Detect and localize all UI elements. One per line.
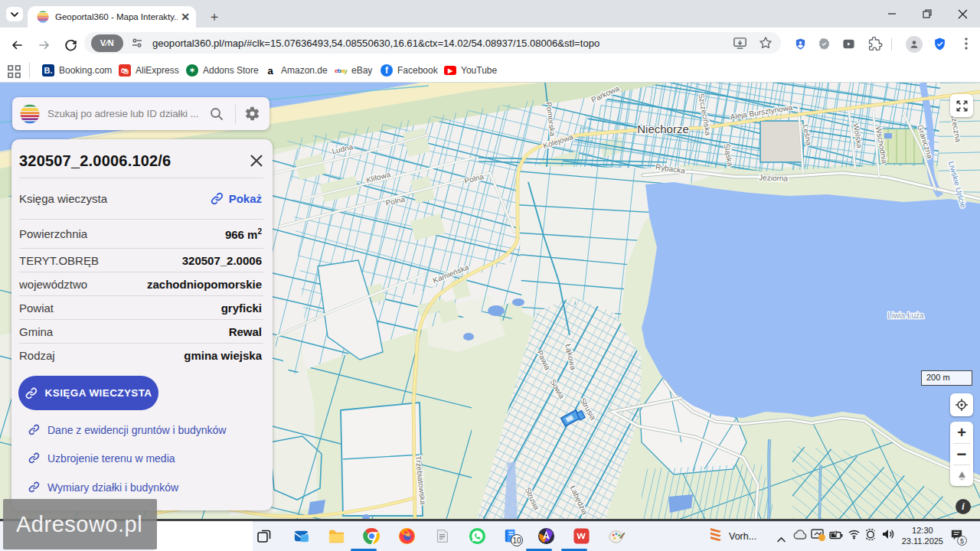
svg-text:Jeziorna: Jeziorna (759, 173, 789, 182)
svg-text:Niechorze: Niechorze (637, 122, 689, 135)
svg-text:Liwia Łuża: Liwia Łuża (887, 311, 924, 320)
